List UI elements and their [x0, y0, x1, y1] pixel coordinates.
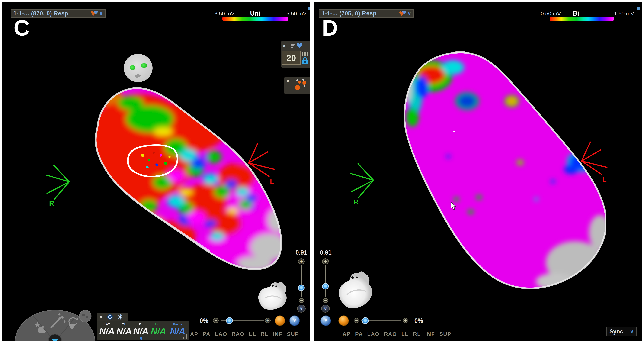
map-sphere-button-d[interactable]: ♥ — [320, 315, 331, 326]
close-icon[interactable]: × — [99, 314, 103, 319]
orientation-ll[interactable]: LL — [249, 331, 256, 337]
transparency-plus-button-c[interactable]: + — [265, 318, 270, 323]
orientation-lao[interactable]: LAO — [367, 331, 380, 337]
orientation-rl[interactable]: RL — [413, 331, 421, 337]
color-scale-bar-c[interactable] — [222, 17, 288, 21]
left-axis-marker-d — [578, 139, 613, 177]
measurement-col-bi: Bi N/A — [132, 322, 149, 336]
orientation-ll[interactable]: LL — [401, 331, 408, 337]
measurement-header: LAT — [104, 322, 110, 326]
refresh-icon[interactable] — [107, 314, 113, 320]
grid-icon[interactable] — [302, 52, 308, 56]
fluoro-sphere-button-c[interactable] — [275, 315, 285, 326]
measurement-value: N/A — [133, 326, 148, 336]
mouse-cursor — [450, 202, 457, 210]
left-marker-label-d: L — [602, 175, 606, 183]
fill-threshold-panel: × ♥ 20 — [280, 41, 312, 68]
scale-min-label-c: 3.50 mV — [208, 11, 234, 17]
measurement-col-lat: LAT N/A — [98, 322, 116, 336]
orientation-ap[interactable]: AP — [342, 331, 350, 337]
orientation-sup[interactable]: SUP — [439, 331, 451, 337]
heart-icon: ♥ — [293, 319, 296, 322]
right-marker-label-d: R — [354, 198, 359, 206]
figure-letter-d: D — [322, 17, 338, 39]
voltage-map-d[interactable] — [390, 48, 606, 291]
fill-threshold-input[interactable]: 20 — [282, 51, 300, 65]
measurement-collapse-chevron[interactable]: ∨ — [139, 335, 143, 341]
measurement-header: Imp — [155, 322, 162, 326]
left-marker-label-c: L — [270, 177, 274, 185]
resize-grip-icon[interactable] — [183, 334, 187, 339]
reference-heart-model-d[interactable] — [333, 268, 374, 312]
app-window: 1-1-... (870, 0) Resp ♥ ♥ ∨ C 3.50 mV Un… — [0, 0, 644, 343]
sync-dropdown-value: Sync — [610, 328, 623, 335]
transparency-plus-button-d[interactable]: + — [403, 318, 408, 323]
scale-minus-button-c[interactable]: − — [299, 298, 304, 303]
sync-dropdown[interactable]: Sync ∨ — [606, 327, 637, 336]
color-scale-bar-d[interactable] — [550, 17, 614, 21]
close-icon[interactable]: × — [282, 44, 286, 48]
measurement-header: CL — [122, 322, 126, 326]
map-scale-value-c: 0.91 — [292, 249, 311, 256]
scale-minus-button-d[interactable]: − — [323, 298, 328, 303]
compass-pie-menu[interactable]: ♥ — [14, 307, 96, 343]
orientation-inf[interactable]: INF — [425, 331, 435, 337]
scale-type-label-c: Uni — [245, 10, 266, 17]
scale-slider-knob-d[interactable] — [322, 283, 329, 289]
map-scale-value-d: 0.91 — [316, 249, 336, 256]
collapse-button-c[interactable]: ∨ — [297, 305, 306, 312]
chevron-down-icon: ∨ — [630, 328, 634, 334]
close-icon[interactable]: × — [286, 79, 290, 83]
panel-divider[interactable] — [310, 2, 314, 341]
scale-handle-icon-d[interactable] — [637, 7, 640, 10]
scale-slider-track-c[interactable] — [301, 265, 302, 297]
measurement-header: Force — [173, 322, 182, 326]
orientation-ap[interactable]: AP — [190, 331, 198, 337]
measurement-value: N/A — [170, 326, 185, 336]
orientation-rao[interactable]: RAO — [384, 331, 397, 337]
collapse-button-d[interactable]: ∨ — [321, 305, 330, 312]
measurement-col-cl: CL N/A — [116, 322, 132, 336]
orientation-lao[interactable]: LAO — [215, 331, 227, 337]
fam-wings-icon — [290, 44, 295, 48]
transparency-minus-button-c[interactable]: − — [213, 318, 219, 323]
orientation-buttons-d: AP PA LAO RAO LL RL INF SUP — [342, 331, 451, 337]
scale-slider-track-d[interactable] — [325, 265, 326, 297]
orientation-pa[interactable]: PA — [355, 331, 363, 337]
transparency-value-d: 0% — [412, 317, 426, 324]
orientation-rao[interactable]: RAO — [232, 331, 244, 337]
panel-c: 1-1-... (870, 0) Resp ♥ ♥ ∨ C 3.50 mV Un… — [2, 2, 310, 341]
heart-icon: ♥ — [324, 319, 327, 322]
orientation-rl[interactable]: RL — [260, 331, 268, 337]
transparency-value-c: 0% — [197, 317, 211, 324]
compass-extra-button — [79, 310, 91, 322]
winged-heart-icon: ♥ — [296, 42, 303, 50]
chevron-down-icon[interactable]: ∨ — [408, 11, 411, 16]
transparency-slider-knob-d[interactable] — [362, 317, 369, 324]
figure-letter-c: C — [14, 17, 30, 39]
scale-max-label-d: 1.50 mV — [614, 11, 641, 17]
head-eye-icon — [130, 65, 136, 70]
scale-plus-button-d[interactable]: + — [322, 258, 329, 264]
scale-min-label-d: 0.50 mV — [534, 11, 561, 17]
scale-slider-knob-c[interactable] — [298, 285, 305, 291]
fluoro-sphere-button-d[interactable] — [338, 315, 349, 326]
orientation-pa[interactable]: PA — [203, 331, 210, 337]
transparency-slider-knob-c[interactable] — [226, 317, 233, 324]
measurement-value: N/A — [151, 326, 166, 336]
orientation-sup[interactable]: SUP — [287, 331, 299, 337]
map-sphere-button-c[interactable]: ♥ — [289, 315, 300, 326]
points-icon[interactable] — [292, 79, 308, 92]
orientation-inf[interactable]: INF — [273, 331, 282, 337]
measurement-header: Bi — [139, 322, 143, 326]
measurement-value: N/A — [99, 326, 114, 336]
transparency-minus-button-d[interactable]: − — [354, 318, 359, 323]
chevron-down-icon[interactable]: ∨ — [99, 11, 103, 16]
scale-plus-button-c[interactable]: + — [298, 258, 305, 264]
measurement-value: N/A — [116, 326, 132, 336]
right-axis-marker-d — [348, 160, 380, 201]
left-axis-marker-c — [246, 141, 280, 179]
reference-heart-model-c[interactable] — [254, 279, 288, 311]
lock-icon[interactable] — [302, 57, 308, 64]
catheter-hand-icon[interactable] — [117, 314, 124, 320]
